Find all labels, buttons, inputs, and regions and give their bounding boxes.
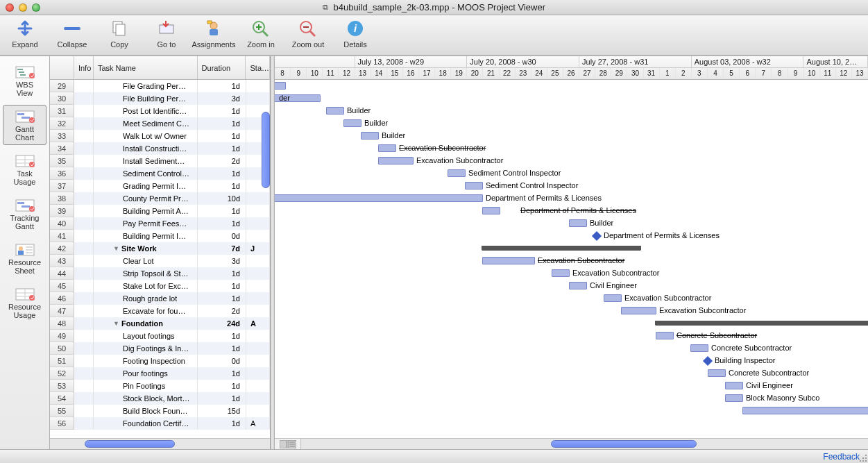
cell-duration[interactable]: 0d — [198, 355, 246, 367]
cell-taskname[interactable]: Rough grade lot — [94, 292, 198, 305]
cell-taskname[interactable]: Meet Sediment C… — [94, 117, 198, 130]
expand-arrow-icon[interactable]: ▼ — [113, 320, 120, 327]
table-row[interactable]: 55Build Block Foun…15d — [50, 405, 270, 417]
table-row[interactable]: 49Layout footings1d — [50, 330, 270, 342]
table-row[interactable]: 43Clear Lot3d — [50, 255, 270, 267]
cell-duration[interactable]: 1d — [198, 180, 246, 192]
gantt-task-bar[interactable] — [569, 282, 587, 289]
cell-taskname[interactable]: Sediment Control… — [94, 167, 198, 180]
goto-button[interactable]: Go to — [147, 18, 186, 49]
cell-taskname[interactable]: Excavate for fou… — [94, 305, 198, 317]
table-row[interactable]: 51Footing Inspection0d — [50, 355, 270, 367]
cell-duration[interactable]: 1d — [198, 330, 246, 342]
zoomin-button[interactable]: Zoom in — [241, 18, 280, 49]
table-row[interactable]: 30File Building Per…3d — [50, 92, 270, 105]
cell-start[interactable]: A — [246, 417, 270, 430]
table-row[interactable]: 56Foundation Certif…1dA — [50, 417, 270, 430]
sidebar-item-wbs[interactable]: WBSView — [3, 60, 46, 101]
sidebar-item-gantt[interactable]: GanttChart — [3, 105, 46, 145]
table-hscroll-track[interactable] — [50, 439, 270, 449]
gantt-task-bar[interactable] — [604, 294, 622, 302]
cell-taskname[interactable]: Walk Lot w/ Owner — [94, 130, 198, 142]
cell-duration[interactable]: 1d — [198, 280, 246, 292]
table-row[interactable]: 31Post Lot Identific…1d — [50, 105, 270, 117]
gantt-task-bar[interactable] — [621, 307, 656, 314]
gantt-task-bar[interactable] — [482, 207, 500, 214]
table-row[interactable]: 34Install Constructi…1d — [50, 142, 270, 155]
table-row[interactable]: 39Building Permit A…1d — [50, 205, 270, 217]
cell-taskname[interactable]: Install Constructi… — [94, 142, 198, 155]
details-button[interactable]: iDetails — [336, 18, 375, 49]
table-row[interactable]: 29File Grading Per…1d — [50, 80, 270, 92]
cell-duration[interactable]: 1d — [198, 130, 246, 142]
copy-button[interactable]: Copy — [100, 18, 139, 49]
table-row[interactable]: 38County Permit Pr…10d — [50, 192, 270, 205]
table-row[interactable]: 37Grading Permit I…1d — [50, 180, 270, 192]
gantt-summary-bar[interactable] — [656, 321, 868, 326]
col-rownum[interactable] — [50, 56, 74, 79]
gantt-task-bar[interactable] — [343, 119, 361, 127]
table-row[interactable]: 50Dig Footings & In…1d — [50, 342, 270, 355]
gantt-task-bar[interactable] — [569, 219, 587, 227]
sidebar-item-trgantt[interactable]: TrackingGantt — [3, 194, 46, 234]
cell-start[interactable] — [246, 392, 270, 405]
feedback-link[interactable]: Feedback — [823, 452, 860, 462]
cell-duration[interactable]: 1d — [198, 392, 246, 405]
cell-duration[interactable]: 1d — [198, 380, 246, 392]
cell-duration[interactable]: 2d — [198, 155, 246, 167]
assignments-button[interactable]: Assignments — [194, 18, 233, 49]
cell-taskname[interactable]: Stock Block, Mort… — [94, 392, 198, 405]
close-window-button[interactable] — [6, 3, 14, 12]
gantt-task-bar[interactable] — [275, 82, 286, 90]
cell-taskname[interactable]: ▼Site Work — [94, 242, 198, 255]
cell-duration[interactable]: 10d — [198, 192, 246, 205]
cell-duration[interactable]: 1d — [198, 117, 246, 130]
cell-taskname[interactable]: Layout footings — [94, 330, 198, 342]
resize-handle[interactable] — [857, 452, 867, 462]
cell-taskname[interactable]: File Building Per… — [94, 92, 198, 105]
expand-button[interactable]: Expand — [6, 18, 44, 49]
zoomout-button[interactable]: Zoom out — [289, 18, 327, 49]
gantt-task-bar[interactable] — [361, 132, 379, 140]
cell-duration[interactable]: 7d — [198, 242, 246, 255]
gantt-task-bar[interactable] — [482, 257, 535, 264]
cell-duration[interactable]: 3d — [198, 92, 246, 105]
cell-taskname[interactable]: Dig Footings & In… — [94, 342, 198, 355]
table-row[interactable]: 52Pour footings1d — [50, 367, 270, 380]
table-row[interactable]: 44Strip Topsoil & St…1d — [50, 267, 270, 280]
table-row[interactable]: 41Building Permit I…0d — [50, 230, 270, 242]
table-row[interactable]: 35Install Sediment…2d — [50, 155, 270, 167]
cell-duration[interactable]: 1d — [198, 367, 246, 380]
cell-duration[interactable]: 1d — [198, 142, 246, 155]
cell-taskname[interactable]: Pour footings — [94, 367, 198, 380]
sidebar-item-resusage[interactable]: ResourceUsage — [3, 283, 46, 323]
cell-taskname[interactable]: File Grading Per… — [94, 80, 198, 92]
table-row[interactable]: 54Stock Block, Mort…1d — [50, 392, 270, 405]
cell-start[interactable] — [246, 405, 270, 417]
cell-duration[interactable]: 1d — [198, 217, 246, 230]
cell-taskname[interactable]: Pin Footings — [94, 380, 198, 392]
cell-duration[interactable]: 1d — [198, 292, 246, 305]
cell-start[interactable] — [246, 380, 270, 392]
cell-duration[interactable]: 24d — [198, 317, 246, 330]
cell-start[interactable] — [246, 367, 270, 380]
gantt-task-bar[interactable] — [725, 394, 743, 402]
gantt-task-bar[interactable] — [326, 107, 344, 115]
cell-start[interactable] — [246, 355, 270, 367]
table-row[interactable]: 53Pin Footings1d — [50, 380, 270, 392]
cell-duration[interactable]: 3d — [198, 255, 246, 267]
cell-taskname[interactable]: Building Permit I… — [94, 230, 198, 242]
cell-taskname[interactable]: Footing Inspection — [94, 355, 198, 367]
table-row[interactable]: 46Rough grade lot1d — [50, 292, 270, 305]
cell-start[interactable] — [246, 267, 270, 280]
cell-start[interactable] — [246, 342, 270, 355]
expand-arrow-icon[interactable]: ▼ — [113, 245, 120, 252]
table-row[interactable]: 36Sediment Control…1d — [50, 167, 270, 180]
cell-start[interactable] — [246, 255, 270, 267]
cell-duration[interactable]: 1d — [198, 80, 246, 92]
gantt-hscroll-thumb[interactable] — [551, 440, 697, 448]
gantt-body[interactable]: derBuilderBuilderBuilderExcavation Subco… — [275, 80, 868, 449]
sidebar-item-taskuse[interactable]: TaskUsage — [3, 149, 46, 190]
cell-start[interactable] — [246, 305, 270, 317]
cell-start[interactable] — [246, 330, 270, 342]
